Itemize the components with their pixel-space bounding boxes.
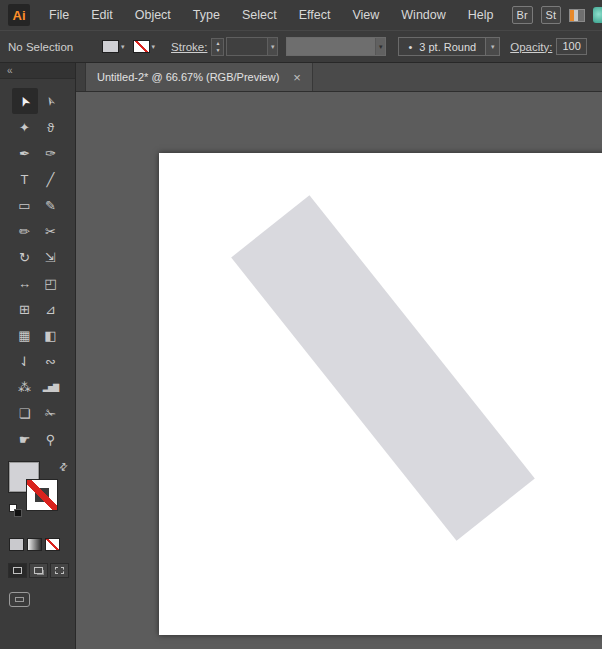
brush-bullet-icon: • — [408, 41, 412, 53]
paintbrush-tool[interactable]: ✎ — [38, 192, 64, 218]
opacity-value-field[interactable]: 100 — [556, 38, 586, 55]
stepper-down-icon[interactable]: ▼ — [215, 47, 220, 54]
draw-normal-icon — [13, 567, 22, 574]
artboard[interactable] — [159, 153, 602, 635]
paintbrush-tool-icon: ✎ — [45, 198, 56, 213]
menu-view[interactable]: View — [341, 0, 390, 30]
slice-tool[interactable]: ✁ — [38, 400, 64, 426]
rotate-tool[interactable]: ↻ — [12, 244, 38, 270]
chevron-down-icon: ▾ — [375, 38, 386, 55]
selection-tool-icon: ➤ — [15, 93, 33, 109]
tools-panel: « ➤ ➣ ✦ ϑ ✒ ✑ T ╱ ▭ ✎ ✏ ✂ ↻ ⇲ ↔ ◰ ⊞ ⊿ ▦ — [0, 63, 76, 649]
line-segment-tool[interactable]: ╱ — [38, 166, 64, 192]
none-button[interactable] — [45, 538, 60, 551]
fill-color-dropdown[interactable]: ▾ — [102, 40, 125, 53]
app-badge-icon — [593, 7, 602, 23]
menubar-right-controls: Br St — [512, 6, 602, 24]
artboard-tool-icon: ❏ — [19, 406, 31, 421]
tab-bar-edge — [76, 63, 86, 91]
illustrator-window: Ai File Edit Object Type Select Effect V… — [0, 0, 602, 649]
perspective-grid-tool-icon: ⊿ — [45, 302, 56, 317]
none-diagonal-icon — [27, 480, 57, 510]
draw-inside-button[interactable] — [50, 563, 69, 578]
bridge-button[interactable]: Br — [512, 6, 533, 24]
stepper-up-icon[interactable]: ▲ — [215, 40, 220, 47]
chevron-down-icon: ▾ — [152, 43, 156, 51]
pencil-tool[interactable]: ✏ — [12, 218, 38, 244]
symbol-sprayer-tool-icon: ⁂ — [18, 380, 31, 395]
scissors-tool[interactable]: ✂ — [38, 218, 64, 244]
eyedropper-tool[interactable]: ⇃ — [12, 348, 38, 374]
gradient-button[interactable] — [27, 538, 42, 551]
curvature-tool[interactable]: ✑ — [38, 140, 64, 166]
shape-builder-tool[interactable]: ⊞ — [12, 296, 38, 322]
lasso-tool[interactable]: ϑ — [38, 114, 64, 140]
tools-grid: ➤ ➣ ✦ ϑ ✒ ✑ T ╱ ▭ ✎ ✏ ✂ ↻ ⇲ ↔ ◰ ⊞ ⊿ ▦ ◧ — [0, 88, 75, 452]
menu-type[interactable]: Type — [182, 0, 231, 30]
brush-definition-box[interactable]: • 3 pt. Round — [398, 37, 486, 56]
draw-behind-button[interactable] — [29, 563, 48, 578]
direct-selection-tool[interactable]: ➣ — [38, 88, 64, 114]
blend-tool[interactable]: ∾ — [38, 348, 64, 374]
close-tab-icon[interactable]: × — [293, 71, 301, 84]
stroke-label[interactable]: Stroke: — [171, 41, 207, 53]
shape-builder-tool-icon: ⊞ — [19, 302, 30, 317]
mesh-tool[interactable]: ▦ — [12, 322, 38, 348]
draw-normal-button[interactable] — [8, 563, 27, 578]
stock-button[interactable]: St — [541, 6, 561, 24]
menu-file[interactable]: File — [38, 0, 80, 30]
document-tab[interactable]: Untitled-2* @ 66.67% (RGB/Preview) × — [86, 63, 313, 91]
menu-edit[interactable]: Edit — [80, 0, 124, 30]
opacity-label[interactable]: Opacity: — [510, 41, 552, 53]
pen-tool-icon: ✒ — [19, 146, 30, 161]
chevron-down-icon[interactable]: ▾ — [267, 38, 278, 55]
document-tab-bar: Untitled-2* @ 66.67% (RGB/Preview) × — [76, 63, 602, 92]
stroke-weight-dropdown[interactable]: ▾ — [226, 37, 278, 56]
eyedropper-tool-icon: ⇃ — [19, 354, 30, 369]
default-fill-stroke-icon[interactable] — [9, 504, 23, 518]
stroke-color-dropdown[interactable]: ▾ — [133, 40, 156, 53]
pen-tool[interactable]: ✒ — [12, 140, 38, 166]
artboard-tool[interactable]: ❏ — [12, 400, 38, 426]
canvas[interactable] — [76, 92, 602, 649]
stroke-weight-stepper[interactable]: ▲ ▼ — [211, 38, 224, 56]
menu-effect[interactable]: Effect — [288, 0, 342, 30]
lasso-tool-icon: ϑ — [47, 120, 54, 135]
symbol-sprayer-tool[interactable]: ⁂ — [12, 374, 38, 400]
rotated-rectangle-shape[interactable] — [231, 195, 535, 541]
mesh-tool-icon: ▦ — [18, 328, 30, 343]
scale-tool[interactable]: ⇲ — [38, 244, 64, 270]
menu-help[interactable]: Help — [457, 0, 505, 30]
hand-tool[interactable]: ☛ — [12, 426, 38, 452]
width-tool[interactable]: ↔ — [12, 270, 38, 296]
zoom-tool-icon: ⚲ — [46, 432, 56, 447]
direct-selection-tool-icon: ➣ — [41, 93, 59, 109]
screen-mode-button[interactable] — [9, 592, 30, 607]
magic-wand-tool[interactable]: ✦ — [12, 114, 38, 140]
brush-name-label: 3 pt. Round — [419, 41, 476, 53]
menu-window[interactable]: Window — [390, 0, 456, 30]
perspective-grid-tool[interactable]: ⊿ — [38, 296, 64, 322]
blend-tool-icon: ∾ — [45, 354, 56, 369]
illustrator-logo: Ai — [8, 4, 30, 26]
scissors-tool-icon: ✂ — [45, 224, 56, 239]
color-button[interactable] — [9, 538, 24, 551]
rectangle-tool[interactable]: ▭ — [12, 192, 38, 218]
workspace-switcher-icon[interactable] — [569, 9, 585, 22]
column-graph-tool[interactable]: ▂▅▇ — [38, 374, 64, 400]
swap-fill-stroke-icon[interactable]: ⇄ — [56, 460, 70, 474]
selection-status-label: No Selection — [8, 41, 78, 53]
gradient-tool[interactable]: ◧ — [38, 322, 64, 348]
collapse-toolbar-button[interactable]: « — [0, 63, 75, 79]
selection-tool[interactable]: ➤ — [12, 88, 38, 114]
menu-object[interactable]: Object — [124, 0, 182, 30]
zoom-tool[interactable]: ⚲ — [38, 426, 64, 452]
brush-dropdown-arrow[interactable]: ▾ — [486, 37, 500, 56]
free-transform-tool[interactable]: ◰ — [38, 270, 64, 296]
menu-select[interactable]: Select — [231, 0, 288, 30]
fill-stroke-indicator: ⇄ — [0, 460, 75, 524]
draw-behind-icon — [34, 567, 43, 574]
stroke-indicator[interactable] — [27, 480, 57, 510]
paint-mode-buttons — [9, 538, 75, 551]
type-tool[interactable]: T — [12, 166, 38, 192]
